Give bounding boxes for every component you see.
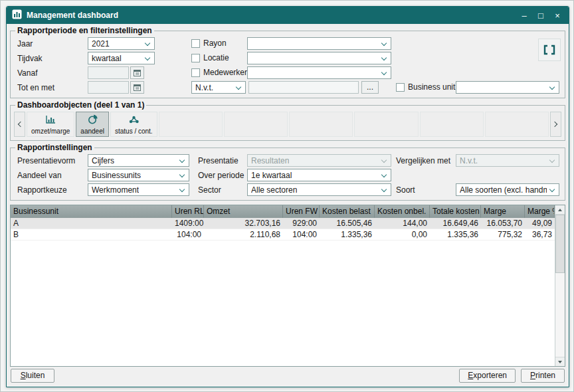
calendar-icon: [134, 84, 141, 91]
cell-uren-rl: 1409:00: [172, 218, 204, 229]
dashboard-objects-section: Dashboardobjecten (deel 1 van 1) omzet/m…: [10, 100, 565, 141]
sluiten-button[interactable]: Sluiten: [11, 369, 54, 383]
scrollbar-track[interactable]: [555, 273, 565, 357]
column-header-kosten-belast[interactable]: Kosten belast: [320, 205, 375, 218]
vanaf-calendar-button[interactable]: [130, 66, 144, 79]
dashboard-item-label: status / cont.: [115, 128, 153, 135]
sector-select[interactable]: Alle sectoren: [247, 183, 391, 196]
aandeel-van-label: Aandeel van: [17, 171, 62, 180]
rayon-select[interactable]: [247, 37, 391, 50]
locatie-select[interactable]: [247, 52, 391, 64]
jaar-label: Jaar: [17, 39, 33, 49]
tot-en-met-date-input[interactable]: [88, 81, 129, 94]
close-button[interactable]: ×: [551, 11, 563, 20]
filters-section: Rapportperiode en filterinstellingen Jaa…: [10, 26, 565, 98]
cell-kosten-belast: 16.505,46: [320, 218, 375, 229]
cell-kosten-onbel: 0,00: [375, 229, 430, 240]
rayon-label: Rayon: [203, 39, 227, 48]
maximize-button[interactable]: □: [535, 11, 547, 20]
table-row[interactable]: B 104:00 2.110,68 104:00 1.335,36 0,00 1…: [11, 229, 555, 241]
printen-button[interactable]: Printen: [521, 369, 565, 383]
filter-row-vanaf: Vanaf Medewerker: [13, 66, 562, 80]
presentatie-label: Presentatie: [198, 156, 239, 165]
desktop-background: Management dashboard – □ × Rapportperiod…: [0, 0, 574, 392]
dashboard-item-label: omzet/marge: [31, 128, 70, 135]
cell-kosten-belast: 1.335,36: [320, 229, 375, 240]
over-periode-select[interactable]: 1e kwartaal: [247, 169, 391, 181]
nvt-select[interactable]: N.v.t.: [191, 81, 246, 94]
rapportkeuze-label: Rapportkeuze: [17, 185, 67, 195]
column-header-totale-kosten[interactable]: Totale kosten: [430, 205, 481, 218]
soort-select[interactable]: Alle soorten (excl. handmatig: [456, 183, 559, 196]
cell-marge: 16.053,70: [481, 218, 525, 229]
vertical-scrollbar[interactable]: [555, 205, 565, 366]
column-header-kosten-onbel[interactable]: Kosten onbel.: [375, 205, 430, 218]
titlebar[interactable]: Management dashboard – □ ×: [7, 7, 569, 24]
report-settings-section: Rapportinstellingen Presentatievorm Cijf…: [10, 143, 565, 201]
cell-uren-rl: 104:00: [172, 229, 204, 240]
scroll-up-button[interactable]: [555, 205, 565, 215]
column-header-uren-fw[interactable]: Uren FW: [283, 205, 320, 218]
checkbox-box[interactable]: [191, 54, 200, 62]
over-periode-label: Over periode: [198, 171, 244, 180]
cell-totale-kosten: 16.649,46: [430, 218, 481, 229]
tot-en-met-calendar-button[interactable]: [130, 81, 144, 94]
checkbox-box[interactable]: [191, 39, 200, 48]
settings-row-2: Aandeel van Businessunits Over periode 1…: [13, 169, 562, 183]
checkbox-box[interactable]: [396, 83, 405, 92]
table-row[interactable]: A 1409:00 32.703,16 929:00 16.505,46 144…: [11, 218, 555, 229]
vanaf-date-input[interactable]: [88, 66, 129, 79]
column-header-uren-rl[interactable]: Uren RL: [172, 205, 204, 218]
jaar-select[interactable]: 2021: [88, 37, 155, 50]
filter-text-input[interactable]: [248, 81, 359, 94]
table-body: Businessunit Uren RL Omzet Uren FW Koste…: [11, 205, 555, 366]
business-unit-select[interactable]: [456, 81, 559, 94]
locatie-checkbox[interactable]: Locatie: [191, 53, 229, 62]
cell-marge-pct: 49,09: [525, 218, 555, 229]
arrow-up-icon: [558, 209, 562, 211]
tijdvak-select[interactable]: kwartaal: [88, 52, 155, 64]
medewerker-checkbox[interactable]: Medewerker: [191, 68, 247, 77]
column-header-businessunit[interactable]: Businessunit: [11, 205, 172, 218]
scrollbar-thumb[interactable]: [555, 215, 565, 273]
rapportkeuze-select[interactable]: Werkmoment: [88, 183, 189, 196]
column-header-marge[interactable]: Marge: [481, 205, 525, 218]
cell-omzet: 2.110,68: [204, 229, 283, 240]
scroll-right-button[interactable]: [550, 112, 561, 137]
cell-marge: 775,32: [481, 229, 525, 240]
column-header-marge-pct[interactable]: Marge %: [525, 205, 555, 218]
checkbox-box[interactable]: [191, 68, 200, 77]
business-unit-checkbox[interactable]: Business unit: [396, 82, 455, 92]
dashboard-item-status-cont[interactable]: status / cont.: [110, 112, 157, 137]
bar-chart-icon: [45, 115, 56, 126]
footer: Sluiten Exporteren Printen: [7, 367, 569, 388]
aandeel-van-select[interactable]: Businessunits: [88, 169, 189, 181]
minimize-button[interactable]: –: [518, 11, 530, 20]
management-dashboard-window: Management dashboard – □ × Rapportperiod…: [6, 6, 569, 387]
business-unit-label: Business unit: [408, 82, 455, 92]
scroll-down-button[interactable]: [555, 357, 565, 366]
cell-kosten-onbel: 144,00: [375, 218, 430, 229]
browse-button[interactable]: ...: [361, 81, 379, 94]
dashboard-item-aandeel[interactable]: aandeel: [76, 112, 109, 137]
table-header[interactable]: Businessunit Uren RL Omzet Uren FW Koste…: [11, 205, 555, 218]
dashboard-item-omzet-marge[interactable]: omzet/marge: [27, 112, 74, 137]
vanaf-label: Vanaf: [17, 68, 37, 78]
settings-row-3: Rapportkeuze Werkmoment Sector Alle sect…: [13, 183, 562, 197]
table-empty-area: [11, 241, 555, 366]
dashboard-objects-toolbar: omzet/marge aandeel status / cont.: [13, 111, 562, 138]
exporteren-button[interactable]: Exporteren: [459, 369, 516, 383]
presentatievorm-select[interactable]: Cijfers: [88, 154, 189, 167]
column-header-omzet[interactable]: Omzet: [204, 205, 283, 218]
cell-totale-kosten: 1.335,36: [430, 229, 481, 240]
tijdvak-label: Tijdvak: [17, 54, 43, 63]
medewerker-select[interactable]: [247, 66, 391, 79]
network-icon: [128, 115, 140, 126]
tot-en-met-label: Tot en met: [17, 83, 54, 92]
presentatie-select: Resultaten: [247, 154, 391, 167]
cell-businessunit: B: [11, 229, 172, 240]
scroll-left-button[interactable]: [14, 112, 25, 137]
filter-row-tijdvak: Tijdvak kwartaal Locatie: [13, 52, 562, 66]
soort-label: Soort: [396, 185, 415, 195]
rayon-checkbox[interactable]: Rayon: [191, 39, 227, 48]
